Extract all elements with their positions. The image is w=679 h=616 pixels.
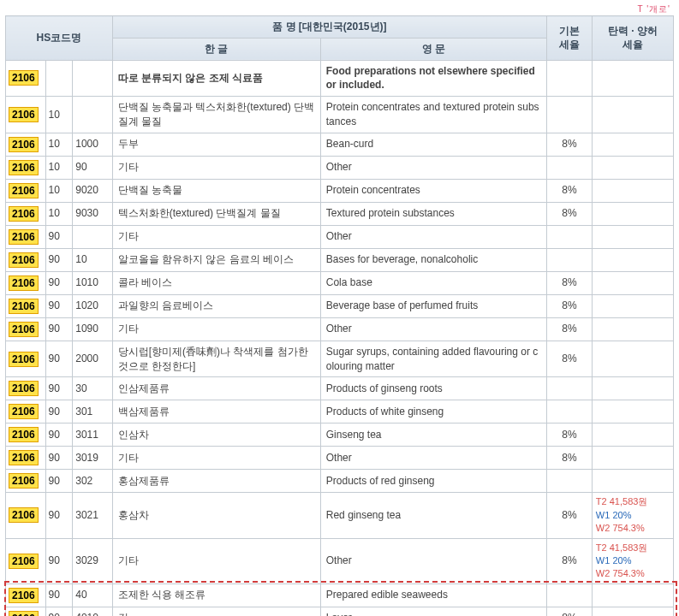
hscode-col3 — [73, 225, 113, 248]
hscode-col1[interactable]: 2106 — [6, 424, 46, 447]
flex-rate — [592, 156, 673, 179]
hscode-highlight: 2106 — [9, 160, 39, 175]
desc-korean: 두부 — [112, 133, 320, 156]
desc-korean: 과일향의 음료베이스 — [112, 294, 320, 317]
hscode-col2: 10 — [45, 156, 73, 179]
table-row: 2106903019기타Other8% — [6, 447, 674, 470]
base-rate: 8% — [547, 341, 593, 377]
hscode-col1[interactable]: 2106 — [6, 225, 46, 248]
table-row: 2106901090기타Other8% — [6, 317, 674, 341]
flex-rate: T2 41,583원W1 20%W2 754.3% — [592, 493, 673, 538]
hscode-col1[interactable]: 2106 — [6, 294, 46, 317]
flex-rate — [592, 341, 673, 377]
hscode-col3: 4010 — [73, 607, 113, 616]
hscode-highlight: 2106 — [9, 183, 39, 198]
hscode-col1[interactable]: 2106 — [6, 60, 46, 97]
flex-rate-line: T2 41,583원 — [596, 495, 670, 508]
table-row: 2106101000두부Bean-curd8% — [6, 133, 674, 156]
flex-rate-line: T2 41,583원 — [596, 542, 670, 554]
hscode-col1[interactable]: 2106 — [6, 607, 46, 616]
hscode-col2: 10 — [45, 202, 73, 225]
table-row: 21069010알코올을 함유하지 않은 음료의 베이스Bases for be… — [6, 248, 674, 271]
hscode-col1[interactable]: 2106 — [6, 179, 46, 202]
base-rate — [547, 225, 593, 248]
desc-english: Other — [320, 156, 546, 179]
hscode-col3: 1090 — [73, 317, 113, 341]
hscode-col1[interactable]: 2106 — [6, 538, 46, 583]
desc-english: Protein concentrates and textured protei… — [320, 97, 546, 133]
hscode-col3 — [73, 60, 113, 97]
hscode-col2: 90 — [45, 271, 73, 294]
hscode-col1[interactable]: 2106 — [6, 271, 46, 294]
hscode-col1[interactable]: 2106 — [6, 400, 46, 424]
hscode-highlight: 2106 — [9, 352, 39, 367]
desc-english: Products of white ginseng — [320, 400, 546, 424]
desc-korean: 기타 — [112, 538, 320, 583]
flex-rate — [592, 583, 673, 607]
hscode-col3: 9030 — [73, 202, 113, 225]
hscode-col3: 1010 — [73, 271, 113, 294]
flex-rate — [592, 97, 673, 133]
hscode-highlight: 2106 — [9, 206, 39, 222]
desc-english: Cola base — [320, 271, 546, 294]
hscode-highlight: 2106 — [9, 381, 39, 396]
hscode-col2 — [45, 60, 73, 97]
flex-rate-line: W2 754.3% — [596, 567, 670, 580]
base-rate: 8% — [547, 538, 593, 583]
hscode-highlight: 2106 — [9, 450, 39, 465]
base-rate: 8% — [547, 607, 593, 616]
hscode-col3: 1020 — [73, 294, 113, 317]
desc-korean: 콜라 베이스 — [112, 271, 320, 294]
desc-korean: 텍스처화한(textured) 단백질계 물질 — [112, 202, 320, 225]
hscode-col3: 40 — [73, 583, 113, 607]
table-row: 2106904010김Laver8% — [6, 607, 674, 616]
hscode-col3: 30 — [73, 377, 113, 400]
flex-rate-line: W2 754.3% — [596, 522, 670, 535]
table-row: 2106109020단백질 농축물Protein concentrates8% — [6, 179, 674, 202]
base-rate: 8% — [547, 294, 593, 317]
desc-korean: 홍삼차 — [112, 493, 320, 538]
hscode-col1[interactable]: 2106 — [6, 341, 46, 377]
hscode-col1[interactable]: 2106 — [6, 133, 46, 156]
flex-rate — [592, 447, 673, 470]
table-row: 210690302홍삼제품류Products of red ginseng — [6, 470, 674, 493]
table-row: 210690301백삼제품류Products of white ginseng — [6, 400, 674, 424]
hscode-col1[interactable]: 2106 — [6, 202, 46, 225]
hscode-col2: 90 — [45, 377, 73, 400]
table-row: 21069040조제한 식용 해조류Prepared edible seawee… — [6, 583, 674, 607]
flex-rate — [592, 271, 673, 294]
table-row: 210690기타Other — [6, 225, 674, 248]
hscode-col1[interactable]: 2106 — [6, 470, 46, 493]
table-row: 2106901010콜라 베이스Cola base8% — [6, 271, 674, 294]
hscode-col2: 10 — [45, 133, 73, 156]
hscode-col3: 3029 — [73, 538, 113, 583]
desc-korean: 단백질 농축물 — [112, 179, 320, 202]
header-english: 영 문 — [320, 38, 546, 60]
base-rate: 8% — [547, 202, 593, 225]
hscode-highlight: 2106 — [9, 588, 39, 603]
hscode-col3: 9020 — [73, 179, 113, 202]
flex-rate — [592, 60, 673, 97]
hscode-col1[interactable]: 2106 — [6, 317, 46, 341]
base-rate: 8% — [547, 133, 593, 156]
desc-english: Other — [320, 447, 546, 470]
hscode-col1[interactable]: 2106 — [6, 248, 46, 271]
hscode-col3: 302 — [73, 470, 113, 493]
hscode-col1[interactable]: 2106 — [6, 583, 46, 607]
hscode-col1[interactable]: 2106 — [6, 156, 46, 179]
desc-english: Textured protein substances — [320, 202, 546, 225]
desc-english: Sugar syrups, containing added flavourin… — [320, 341, 546, 377]
desc-english: Prepared edible seaweeds — [320, 583, 546, 607]
desc-english: Products of ginseng roots — [320, 377, 546, 400]
flex-rate: T2 41,583원W1 20%W2 754.3% — [592, 538, 673, 583]
hscode-col1[interactable]: 2106 — [6, 97, 46, 133]
flex-rate — [592, 202, 673, 225]
hscode-col3: 10 — [73, 248, 113, 271]
hscode-col2: 90 — [45, 225, 73, 248]
desc-korean: 따로 분류되지 않은 조제 식료품 — [112, 60, 320, 97]
hscode-col1[interactable]: 2106 — [6, 447, 46, 470]
hscode-highlight: 2106 — [9, 427, 39, 442]
hscode-col1[interactable]: 2106 — [6, 493, 46, 538]
desc-english: Bean-curd — [320, 133, 546, 156]
hscode-col1[interactable]: 2106 — [6, 377, 46, 400]
